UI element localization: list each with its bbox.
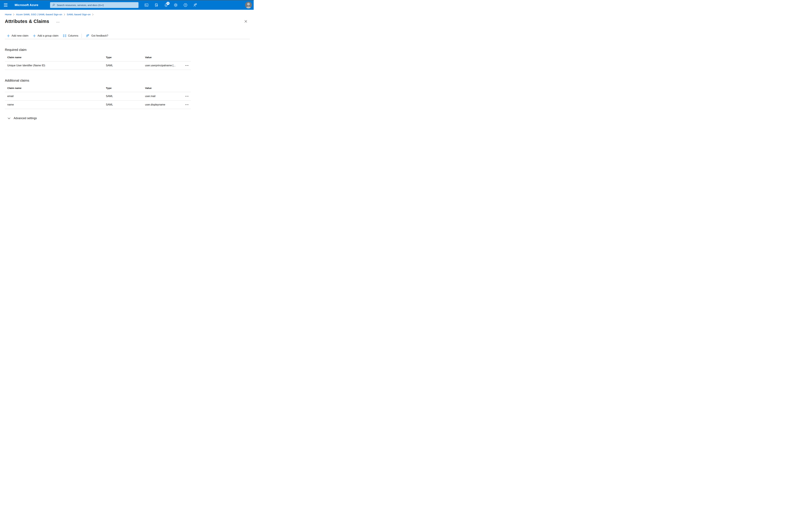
toolbar-rule bbox=[5, 39, 250, 39]
columns-icon bbox=[63, 35, 66, 37]
column-header-value: Value bbox=[145, 87, 181, 89]
svg-text:?: ? bbox=[185, 4, 186, 6]
claim-value-cell: user.userprincipalname [... bbox=[145, 64, 181, 67]
columns-label: Columns bbox=[68, 34, 78, 37]
notifications-bell-icon[interactable]: 6 bbox=[164, 3, 168, 7]
claim-name-cell: email bbox=[5, 95, 106, 98]
column-header-claim-name: Claim name bbox=[5, 56, 106, 59]
row-menu-icon[interactable] bbox=[185, 95, 188, 98]
column-header-type: Type bbox=[106, 56, 145, 59]
feedback-icon[interactable] bbox=[193, 3, 197, 7]
breadcrumb-app-link[interactable]: Azure SAML SSO | SAML-based Sign-on bbox=[16, 13, 62, 16]
cloud-shell-icon[interactable] bbox=[144, 3, 149, 7]
plus-icon bbox=[7, 34, 10, 37]
additional-claims-table-header: Claim name Type Value bbox=[5, 82, 191, 92]
notification-count-badge: 6 bbox=[167, 2, 170, 5]
required-claim-table-header: Claim name Type Value bbox=[5, 52, 191, 61]
claim-type-cell: SAML bbox=[106, 95, 145, 98]
claim-type-cell: SAML bbox=[106, 103, 145, 106]
claim-name-cell: Unique User Identifier (Name ID) bbox=[5, 64, 106, 67]
chevron-down-icon bbox=[8, 117, 10, 119]
column-header-type: Type bbox=[106, 87, 145, 89]
breadcrumb: Home Azure SAML SSO | SAML-based Sign-on… bbox=[5, 13, 254, 16]
add-group-claim-label: Add a group claim bbox=[37, 34, 58, 37]
claim-value-cell: user.displayname bbox=[145, 103, 181, 106]
claim-type-cell: SAML bbox=[106, 64, 145, 67]
directory-filter-icon[interactable] bbox=[154, 3, 158, 7]
azure-topbar: Microsoft Azure bbox=[0, 0, 254, 10]
table-row[interactable]: name SAML user.displayname bbox=[5, 101, 191, 109]
help-icon[interactable]: ? bbox=[183, 3, 187, 7]
command-bar: Add new claim Add a group claim Columns … bbox=[5, 33, 250, 39]
got-feedback-button[interactable]: Got feedback? bbox=[83, 33, 110, 39]
avatar[interactable] bbox=[245, 2, 252, 8]
row-menu-icon[interactable] bbox=[185, 103, 188, 106]
columns-button[interactable]: Columns bbox=[61, 33, 81, 39]
table-row[interactable]: email SAML user.mail bbox=[5, 92, 191, 101]
breadcrumb-home-link[interactable]: Home bbox=[5, 13, 11, 16]
got-feedback-label: Got feedback? bbox=[91, 34, 108, 37]
search-icon bbox=[52, 4, 55, 6]
advanced-settings-toggle[interactable]: Advanced settings bbox=[8, 116, 191, 120]
advanced-settings-label: Advanced settings bbox=[13, 116, 37, 120]
row-menu-icon[interactable] bbox=[185, 64, 188, 67]
breadcrumb-signon-link[interactable]: SAML-based Sign-on bbox=[67, 13, 91, 16]
add-group-claim-button[interactable]: Add a group claim bbox=[31, 33, 61, 39]
chevron-right-icon bbox=[64, 13, 65, 16]
hamburger-menu-icon[interactable] bbox=[4, 4, 8, 6]
column-header-value: Value bbox=[145, 56, 181, 59]
table-row[interactable]: Unique User Identifier (Name ID) SAML us… bbox=[5, 61, 191, 70]
required-claim-heading: Required claim bbox=[5, 48, 191, 52]
additional-claims-heading: Additional claims bbox=[5, 79, 191, 82]
chevron-right-icon bbox=[13, 13, 14, 16]
feedback-person-icon bbox=[86, 34, 89, 38]
add-new-claim-label: Add new claim bbox=[11, 34, 28, 37]
close-icon[interactable] bbox=[244, 20, 247, 23]
settings-gear-icon[interactable] bbox=[174, 3, 178, 7]
column-header-claim-name: Claim name bbox=[5, 87, 106, 89]
claim-value-cell: user.mail bbox=[145, 95, 181, 98]
more-menu-icon[interactable] bbox=[57, 22, 59, 22]
claim-name-cell: name bbox=[5, 103, 106, 106]
plus-icon bbox=[33, 34, 36, 37]
add-new-claim-button[interactable]: Add new claim bbox=[5, 33, 31, 39]
page-title: Attributes & Claims bbox=[5, 19, 49, 24]
brand-title: Microsoft Azure bbox=[14, 3, 38, 7]
search-input[interactable] bbox=[57, 4, 137, 7]
chevron-right-icon bbox=[92, 13, 93, 16]
global-search[interactable] bbox=[50, 2, 139, 8]
